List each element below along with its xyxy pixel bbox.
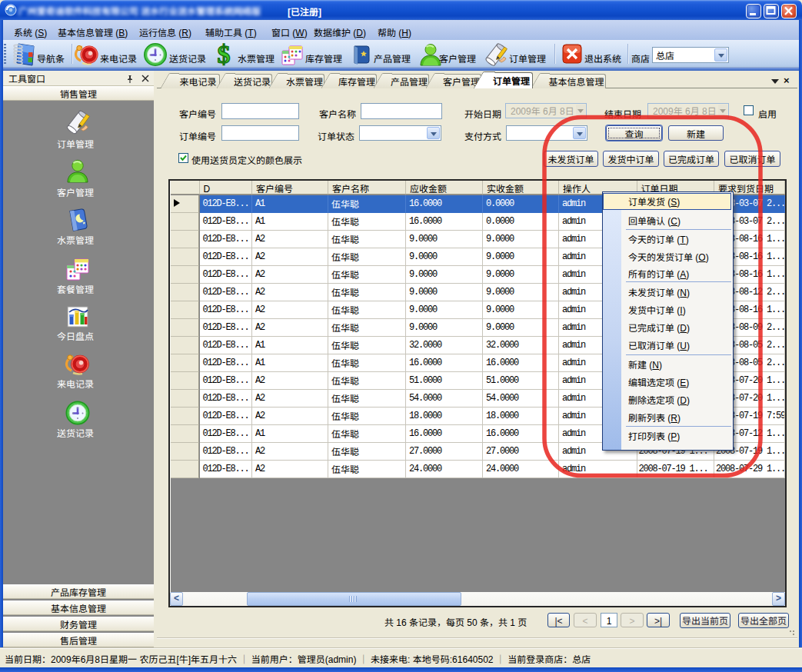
svg-text:$: $ <box>218 41 231 67</box>
